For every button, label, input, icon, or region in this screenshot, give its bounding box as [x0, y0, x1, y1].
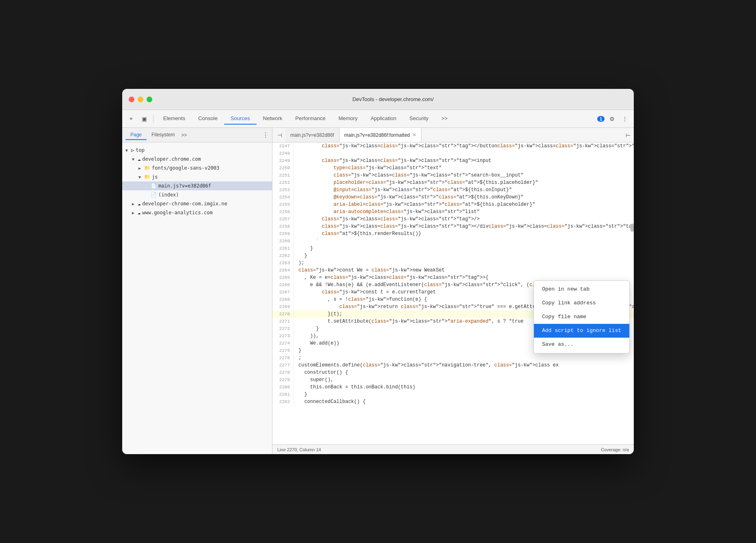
- close-button[interactable]: [129, 97, 134, 102]
- code-row: 2252 placeholder=class="js-kw">class="st…: [272, 179, 634, 186]
- tab-performance[interactable]: Performance: [289, 113, 332, 125]
- notification-badge: 1: [597, 116, 605, 122]
- ctx-copy-link[interactable]: Copy link address: [534, 296, 629, 310]
- code-back-button[interactable]: ⊣: [274, 129, 285, 141]
- line-content: ;: [294, 354, 306, 362]
- ctx-copy-file[interactable]: Copy file name: [534, 310, 629, 324]
- more-options-icon[interactable]: ⋮: [619, 113, 631, 125]
- file-icon-index: 📄: [151, 192, 157, 198]
- code-editor[interactable]: 2247 class="js-kw">class=class="js-kw">c…: [272, 142, 634, 444]
- tree-item-imgix[interactable]: ▶ ☁ developer-chrome-com.imgix.ne: [122, 199, 272, 208]
- file-tab-bar: ⊣ main.js?v=e382d86f main.js?v=e382d86f:…: [272, 128, 634, 142]
- tree-item-chrome[interactable]: ▼ ☁ developer.chrome.com: [122, 155, 272, 164]
- tab-console[interactable]: Console: [192, 113, 224, 125]
- line-content: }(t);: [294, 310, 347, 318]
- file-tab-1[interactable]: main.js?v=e382d86f: [285, 128, 339, 142]
- settings-icon[interactable]: ⚙: [606, 113, 618, 125]
- code-row: 2257 class="js-kw">class=class="js-kw">c…: [272, 215, 634, 223]
- tree-item-js[interactable]: ▼ 📁 js: [122, 172, 272, 181]
- line-content: }: [294, 252, 312, 259]
- tree-arrow-chrome: ▼: [132, 157, 138, 162]
- code-panel: ⊣ main.js?v=e382d86f main.js?v=e382d86f:…: [272, 128, 634, 454]
- code-row: 2263);: [272, 259, 634, 267]
- sidebar-tab-page[interactable]: Page: [125, 130, 147, 140]
- code-row: 2282 connectedCallback() {: [272, 398, 634, 405]
- tree-arrow-fonts: ▶: [138, 166, 144, 170]
- tab-sources[interactable]: Sources: [224, 113, 257, 125]
- line-number: 2273: [272, 332, 294, 340]
- tab-security[interactable]: Security: [403, 113, 435, 125]
- code-row: 2277customElements.define(class="js-kw">…: [272, 362, 634, 369]
- tree-arrow-js: ▼: [138, 175, 144, 179]
- line-content: class="js-kw">class=class="js-kw">class=…: [294, 215, 485, 223]
- tree-item-top[interactable]: ▼ ▷ top: [122, 146, 272, 155]
- window-title: DevTools - developer.chrome.com/: [159, 96, 627, 102]
- ctx-save-as[interactable]: Save as...: [534, 338, 629, 351]
- code-row: 2280 this.onBack = this.onBack.bind(this…: [272, 384, 634, 391]
- tree-item-analytics[interactable]: ▶ ☁ www.google-analytics.com: [122, 208, 272, 217]
- line-content: class="js-kw">const t = e.currentTarget: [294, 289, 441, 296]
- file-tab-2-close[interactable]: ✕: [413, 132, 416, 138]
- device-icon[interactable]: ▣: [138, 113, 150, 125]
- status-bar: Line 2270, Column 14 Coverage: n/a: [272, 444, 634, 454]
- line-number: 2269: [272, 303, 294, 310]
- line-content: );: [294, 259, 309, 267]
- main-content: Page Filesystem >> ⋮ ▼ ▷ top ▼ ☁ de: [122, 128, 634, 454]
- line-number: 2255: [272, 201, 294, 208]
- file-tab-1-label: main.js?v=e382d86f: [290, 132, 334, 138]
- cloud-icon-imgix: ☁: [138, 201, 140, 207]
- sidebar-more-tabs[interactable]: >>: [181, 132, 187, 138]
- line-content: class="js-kw">class=class="js-kw">class=…: [294, 157, 496, 164]
- collapse-panel-icon[interactable]: ⊢: [626, 132, 631, 138]
- cursor-icon[interactable]: ⌖: [125, 113, 137, 125]
- ctx-ignore-list[interactable]: Add script to ignore list: [534, 324, 629, 338]
- line-number: 2249: [272, 157, 294, 164]
- line-number: 2281: [272, 391, 294, 398]
- tab-elements[interactable]: Elements: [157, 113, 192, 125]
- scrollbar-thumb[interactable]: [631, 224, 634, 232]
- title-bar: DevTools - developer.chrome.com/: [122, 89, 634, 110]
- line-content: type=class="js-kw">class="str">"text": [294, 164, 447, 172]
- tab-memory[interactable]: Memory: [332, 113, 364, 125]
- ctx-open-tab[interactable]: Open in new tab: [534, 282, 629, 296]
- cloud-icon-chrome: ☁: [138, 156, 140, 162]
- code-row: 2281 }: [272, 391, 634, 398]
- tab-more[interactable]: >>: [435, 113, 454, 125]
- tree-item-index[interactable]: 📄 (index): [122, 190, 272, 199]
- line-content: customElements.define(class="js-kw">clas…: [294, 362, 564, 369]
- tree-label-js: js: [152, 174, 158, 180]
- code-row: 2279 super(),: [272, 376, 634, 384]
- line-content: constructor() {: [294, 369, 353, 376]
- coverage-status: Coverage: n/a: [601, 447, 629, 452]
- line-content: class="js-kw">class=class="js-kw">class=…: [294, 142, 634, 150]
- sidebar-actions-icon[interactable]: ⋮: [262, 131, 269, 139]
- line-number: 2272: [272, 325, 294, 332]
- code-row: 2258 class="js-kw">class=class="js-kw">c…: [272, 223, 634, 230]
- line-number: 2251: [272, 172, 294, 179]
- cloud-icon-analytics: ☁: [138, 210, 140, 215]
- tab-network[interactable]: Network: [257, 113, 289, 125]
- file-icon-mainjs: 📄: [151, 183, 157, 189]
- line-content: `: [294, 237, 324, 245]
- tab-application[interactable]: Application: [364, 113, 403, 125]
- line-number: 2268: [272, 296, 294, 303]
- line-content: aria-label=class="js-kw">class="str">"cl…: [294, 201, 540, 208]
- sidebar-tab-filesystem[interactable]: Filesystem: [147, 130, 179, 140]
- minimize-button[interactable]: [138, 97, 143, 102]
- maximize-button[interactable]: [147, 97, 152, 102]
- file-tab-2[interactable]: main.js?v=e382d86f:formatted ✕: [339, 128, 421, 142]
- line-content: )),: [294, 332, 324, 340]
- line-content: }: [294, 347, 306, 354]
- line-number: 2270: [272, 310, 294, 318]
- line-number: 2253: [272, 186, 294, 194]
- line-content: this.onBack = this.onBack.bind(this): [294, 384, 420, 391]
- line-number: 2257: [272, 215, 294, 223]
- tree-item-fonts[interactable]: ▶ 📁 fonts/google-sans-v2003: [122, 164, 272, 172]
- line-number: 2263: [272, 259, 294, 267]
- code-row: 2251 class="js-kw">class=class="js-kw">c…: [272, 172, 634, 179]
- main-toolbar: ⌖ ▣ Elements Console Sources Network Per…: [122, 110, 634, 128]
- toolbar-divider-1: [153, 115, 153, 123]
- code-row: 2249 class="js-kw">class=class="js-kw">c…: [272, 157, 634, 164]
- code-row: 2253 @input=class="js-kw">class="str">"c…: [272, 186, 634, 194]
- tree-item-mainjs[interactable]: 📄 main.js?v=e382d86f: [122, 181, 272, 190]
